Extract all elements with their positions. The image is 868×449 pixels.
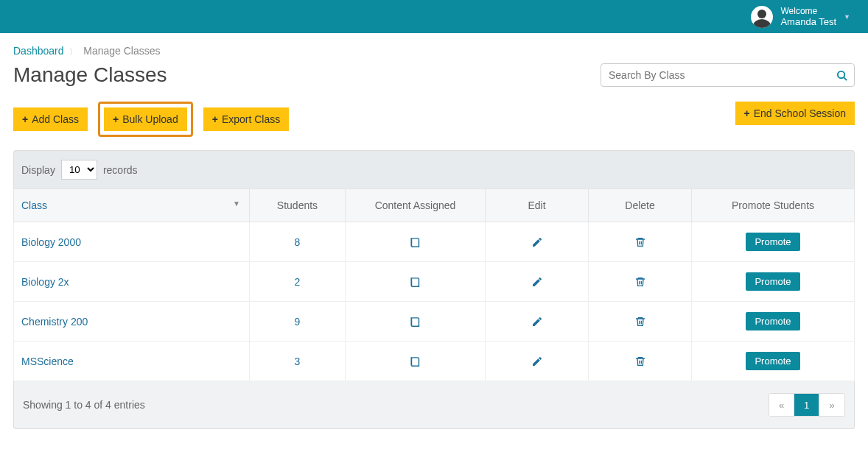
export-class-label: Export Class <box>222 113 280 125</box>
page-prev[interactable]: « <box>769 394 794 416</box>
col-students[interactable]: Students <box>250 189 346 222</box>
table-row: MSScience3Promote <box>14 342 855 381</box>
topbar: Welcome Amanda Test ▼ <box>0 0 868 33</box>
display-label: Display <box>21 164 55 176</box>
add-class-label: Add Class <box>32 113 79 125</box>
records-label: records <box>103 164 138 176</box>
class-link[interactable]: Biology 2000 <box>21 236 81 248</box>
svg-point-0 <box>838 71 844 78</box>
book-icon[interactable] <box>409 275 421 287</box>
col-delete[interactable]: Delete <box>589 189 692 222</box>
book-icon[interactable] <box>409 314 421 327</box>
table-row: Biology 2x2Promote <box>14 262 855 302</box>
breadcrumb-dashboard[interactable]: Dashboard <box>13 45 64 57</box>
delete-icon[interactable] <box>634 355 646 367</box>
end-school-session-button[interactable]: +End School Session <box>735 102 855 125</box>
welcome-label: Welcome <box>780 6 836 16</box>
col-content[interactable]: Content Assigned <box>346 189 486 222</box>
table-footer: Showing 1 to 4 of 4 entries « 1 » <box>13 381 855 429</box>
class-link[interactable]: Chemistry 200 <box>21 316 88 328</box>
col-promote[interactable]: Promote Students <box>692 189 855 222</box>
avatar-icon <box>751 6 773 28</box>
plus-icon: + <box>22 113 28 125</box>
table-row: Chemistry 2009Promote <box>14 302 855 342</box>
col-class[interactable]: Class ▼ <box>14 189 250 222</box>
plus-icon: + <box>744 107 750 119</box>
end-session-label: End School Session <box>754 107 846 119</box>
export-class-button[interactable]: +Export Class <box>203 107 290 131</box>
plus-icon: + <box>212 113 218 125</box>
book-icon[interactable] <box>409 235 421 247</box>
class-link[interactable]: Biology 2x <box>21 276 69 288</box>
user-name: Amanda Test <box>780 16 836 28</box>
chevron-right-icon: 〉 <box>69 47 77 56</box>
add-class-button[interactable]: +Add Class <box>13 107 88 131</box>
bulk-upload-label: Bulk Upload <box>122 113 178 125</box>
bulk-upload-highlight: +Bulk Upload <box>98 102 193 137</box>
col-edit[interactable]: Edit <box>486 189 589 222</box>
edit-icon[interactable] <box>531 275 543 288</box>
page-size-select[interactable]: 10 <box>61 160 97 180</box>
welcome-block: Welcome Amanda Test <box>780 6 836 28</box>
students-link[interactable]: 3 <box>295 356 301 367</box>
students-link[interactable]: 8 <box>295 236 301 248</box>
promote-button[interactable]: Promote <box>746 312 799 330</box>
delete-icon[interactable] <box>634 315 646 328</box>
search-wrap <box>601 63 855 87</box>
students-link[interactable]: 2 <box>295 276 301 288</box>
table-toolbar: Display 10 records <box>13 150 855 188</box>
chevron-down-icon: ▼ <box>844 13 850 21</box>
page-next[interactable]: » <box>819 394 844 416</box>
promote-button[interactable]: Promote <box>746 272 799 291</box>
breadcrumb-current: Manage Classes <box>83 45 160 57</box>
breadcrumb: Dashboard 〉 Manage Classes <box>13 45 855 57</box>
classes-table: Class ▼ Students Content Assigned Edit D… <box>13 188 855 381</box>
col-class-label: Class <box>21 199 47 211</box>
table-row: Biology 20008Promote <box>14 222 855 262</box>
sort-caret-icon: ▼ <box>233 199 240 208</box>
edit-icon[interactable] <box>531 236 543 248</box>
edit-icon[interactable] <box>531 315 543 328</box>
pagination: « 1 » <box>769 393 845 417</box>
delete-icon[interactable] <box>634 275 646 288</box>
class-link[interactable]: MSScience <box>21 356 74 367</box>
search-input[interactable] <box>601 63 855 87</box>
user-menu[interactable]: Welcome Amanda Test ▼ <box>751 6 850 28</box>
svg-line-1 <box>844 77 847 80</box>
delete-icon[interactable] <box>634 236 646 248</box>
search-icon[interactable] <box>836 68 847 81</box>
promote-button[interactable]: Promote <box>746 352 799 370</box>
page-title: Manage Classes <box>13 63 167 87</box>
promote-button[interactable]: Promote <box>746 233 799 251</box>
plus-icon: + <box>113 113 119 125</box>
students-link[interactable]: 9 <box>295 316 301 328</box>
page-1[interactable]: 1 <box>794 394 819 416</box>
bulk-upload-button[interactable]: +Bulk Upload <box>104 107 187 131</box>
book-icon[interactable] <box>409 354 421 367</box>
entries-info: Showing 1 to 4 of 4 entries <box>23 399 145 411</box>
edit-icon[interactable] <box>531 355 543 367</box>
